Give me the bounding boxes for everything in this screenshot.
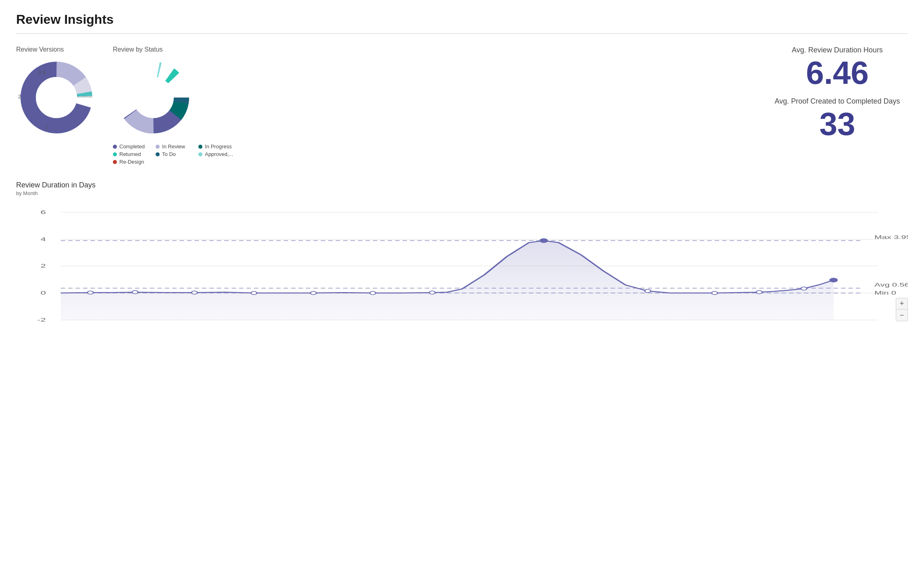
svg-point-32: [251, 291, 257, 295]
svg-text:4: 4: [40, 237, 46, 242]
avg-proof-value: 33: [767, 108, 908, 140]
svg-point-33: [310, 291, 316, 295]
svg-point-39: [756, 291, 762, 294]
review-versions-svg: [16, 57, 97, 138]
svg-point-40: [801, 287, 807, 290]
line-chart-title: Review Duration in Days: [16, 181, 908, 189]
svg-point-37: [645, 289, 651, 293]
review-status-svg: [113, 57, 194, 138]
avg-duration-block: Avg. Review Duration Hours 6.46: [767, 46, 908, 89]
svg-point-31: [191, 291, 198, 294]
metrics-section: Avg. Review Duration Hours 6.46 Avg. Pro…: [767, 46, 908, 148]
zoom-out-button[interactable]: −: [896, 310, 907, 321]
avg-proof-block: Avg. Proof Created to Completed Days 33: [767, 97, 908, 140]
legend-dot-to-do: [156, 152, 160, 156]
legend-dot-in-review: [156, 145, 160, 149]
legend-label-returned: Returned: [119, 151, 141, 157]
legend-dot-returned: [113, 152, 117, 156]
review-status-card: Review by Status: [113, 46, 233, 165]
svg-point-38: [712, 291, 718, 295]
legend-returned: Returned: [113, 151, 148, 157]
svg-point-35: [429, 291, 435, 294]
line-chart-subtitle: by Month: [16, 190, 908, 196]
svg-point-41: [830, 278, 837, 282]
legend-in-progress: In Progress: [198, 143, 233, 150]
svg-text:6: 6: [40, 210, 46, 215]
review-versions-chart: 3 9 2 1: [16, 57, 97, 138]
legend-label-redesign: Re-Design: [119, 159, 144, 165]
legend-label-in-progress: In Progress: [205, 143, 231, 150]
line-chart-wrapper: 6 4 2 0 -2 Max 3.95 Avg 0.56 Min 0: [16, 204, 908, 333]
review-versions-card: Review Versions 3 9 2 1: [16, 46, 97, 138]
bottom-section: Review Duration in Days by Month 6 4 2 0: [16, 181, 908, 333]
avg-duration-title: Avg. Review Duration Hours: [767, 46, 908, 54]
legend-label-in-review: In Review: [162, 143, 185, 150]
zoom-controls[interactable]: + −: [896, 298, 908, 321]
page-title: Review Insights: [16, 12, 908, 27]
zoom-in-button[interactable]: +: [896, 298, 907, 310]
svg-point-34: [370, 291, 376, 295]
svg-point-29: [87, 291, 94, 294]
svg-text:Min 0: Min 0: [874, 290, 896, 295]
legend-dot-redesign: [113, 160, 117, 164]
legend-completed: Completed: [113, 143, 148, 150]
legend-dot-completed: [113, 145, 117, 149]
svg-text:Avg 0.56: Avg 0.56: [874, 282, 908, 287]
avg-duration-value: 6.46: [767, 57, 908, 89]
svg-point-30: [132, 291, 138, 294]
svg-point-36: [540, 239, 547, 243]
legend-label-approved: Approved,...: [205, 151, 233, 157]
review-status-label: Review by Status: [113, 46, 163, 53]
review-versions-label: Review Versions: [16, 46, 64, 53]
review-status-chart: [113, 57, 194, 138]
svg-point-5: [36, 77, 77, 118]
legend-label-to-do: To Do: [162, 151, 176, 157]
legend-to-do: To Do: [156, 151, 190, 157]
svg-point-12: [133, 77, 174, 118]
title-divider: [16, 33, 908, 34]
avg-proof-title: Avg. Proof Created to Completed Days: [767, 97, 908, 106]
legend-label-completed: Completed: [119, 143, 145, 150]
status-legend: Completed In Review In Progress Returned…: [113, 143, 233, 165]
svg-text:2: 2: [40, 263, 46, 269]
line-chart-svg: 6 4 2 0 -2 Max 3.95 Avg 0.56 Min 0: [16, 204, 908, 333]
svg-text:0: 0: [40, 290, 46, 296]
legend-approved: Approved,...: [198, 151, 233, 157]
legend-redesign: Re-Design: [113, 159, 148, 165]
svg-text:-2: -2: [37, 317, 46, 323]
legend-dot-approved: [198, 152, 202, 156]
legend-dot-in-progress: [198, 145, 202, 149]
legend-in-review: In Review: [156, 143, 190, 150]
top-section: Review Versions 3 9 2 1: [16, 46, 908, 165]
svg-text:Max 3.95: Max 3.95: [874, 235, 908, 240]
